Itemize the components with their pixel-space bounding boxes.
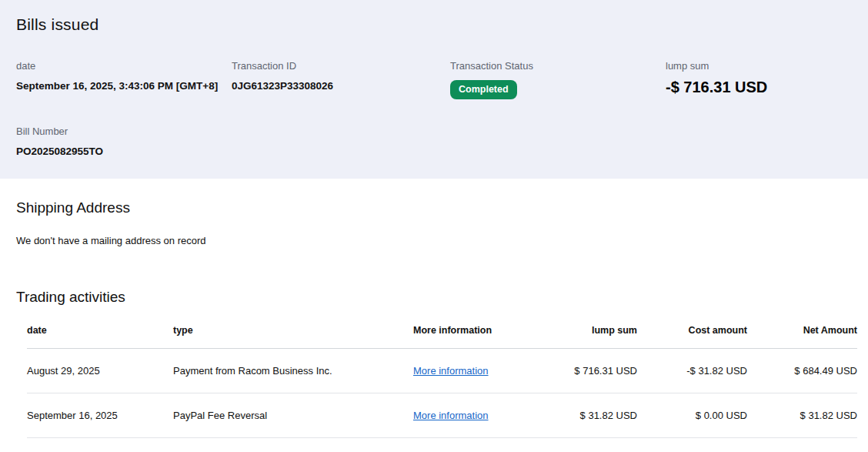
lump-sum-value: -$ 716.31 USD bbox=[666, 79, 852, 96]
more-information-link[interactable]: More information bbox=[413, 365, 489, 377]
shipping-address-heading: Shipping Address bbox=[16, 199, 852, 216]
trading-activities-section: Trading activities bbox=[0, 246, 868, 306]
trading-activities-table: date type More information lump sum Cost… bbox=[27, 313, 857, 438]
more-information-link[interactable]: More information bbox=[413, 410, 489, 421]
trading-activities-heading: Trading activities bbox=[16, 289, 852, 306]
table-row: August 29, 2025 Payment from Racom Busin… bbox=[27, 348, 857, 393]
field-transaction-id: Transaction ID 0JG61323P33308026 bbox=[232, 60, 450, 99]
cell-net-amount: $ 684.49 USD bbox=[747, 348, 857, 393]
cell-cost-amount: -$ 31.82 USD bbox=[637, 348, 747, 393]
cell-cost-amount: $ 0.00 USD bbox=[637, 393, 747, 437]
shipping-address-section: Shipping Address We don't have a mailing… bbox=[0, 179, 868, 246]
column-header-type: type bbox=[173, 313, 413, 348]
table-header-row: date type More information lump sum Cost… bbox=[27, 313, 857, 348]
cell-lump-sum: $ 716.31 USD bbox=[527, 348, 637, 393]
cell-type: Payment from Racom Business Inc. bbox=[173, 348, 413, 393]
bill-summary-section: Bills issued date September 16, 2025, 3:… bbox=[0, 0, 868, 179]
field-date: date September 16, 2025, 3:43:06 PM [GMT… bbox=[16, 60, 232, 99]
shipping-address-message: We don't have a mailing address on recor… bbox=[16, 235, 852, 246]
bill-number-value: PO2025082955TO bbox=[16, 146, 232, 157]
cell-type: PayPal Fee Reversal bbox=[173, 393, 413, 437]
cell-date: September 16, 2025 bbox=[27, 393, 173, 437]
bill-number-label: Bill Number bbox=[16, 126, 232, 137]
cell-net-amount: $ 31.82 USD bbox=[747, 393, 857, 437]
column-header-date: date bbox=[27, 313, 173, 348]
date-label: date bbox=[16, 60, 232, 72]
column-header-lump-sum: lump sum bbox=[527, 313, 637, 348]
summary-fields: date September 16, 2025, 3:43:06 PM [GMT… bbox=[16, 60, 852, 157]
field-transaction-status: Transaction Status Completed bbox=[450, 60, 666, 99]
transaction-id-value: 0JG61323P33308026 bbox=[232, 80, 450, 92]
date-value: September 16, 2025, 3:43:06 PM [GMT+8] bbox=[16, 80, 232, 92]
table-row: September 16, 2025 PayPal Fee Reversal M… bbox=[27, 393, 857, 437]
column-header-cost-amount: Cost amount bbox=[637, 313, 747, 348]
transaction-id-label: Transaction ID bbox=[232, 60, 450, 72]
status-badge: Completed bbox=[450, 80, 517, 99]
field-bill-number: Bill Number PO2025082955TO bbox=[16, 126, 232, 157]
column-header-more-information: More information bbox=[413, 313, 527, 348]
field-lump-sum: lump sum -$ 716.31 USD bbox=[666, 60, 852, 99]
cell-lump-sum: $ 31.82 USD bbox=[527, 393, 637, 437]
column-header-net-amount: Net Amount bbox=[747, 313, 857, 348]
cell-date: August 29, 2025 bbox=[27, 348, 173, 393]
transaction-status-label: Transaction Status bbox=[450, 60, 666, 72]
page-title: Bills issued bbox=[16, 15, 852, 34]
lump-sum-label: lump sum bbox=[666, 60, 852, 72]
